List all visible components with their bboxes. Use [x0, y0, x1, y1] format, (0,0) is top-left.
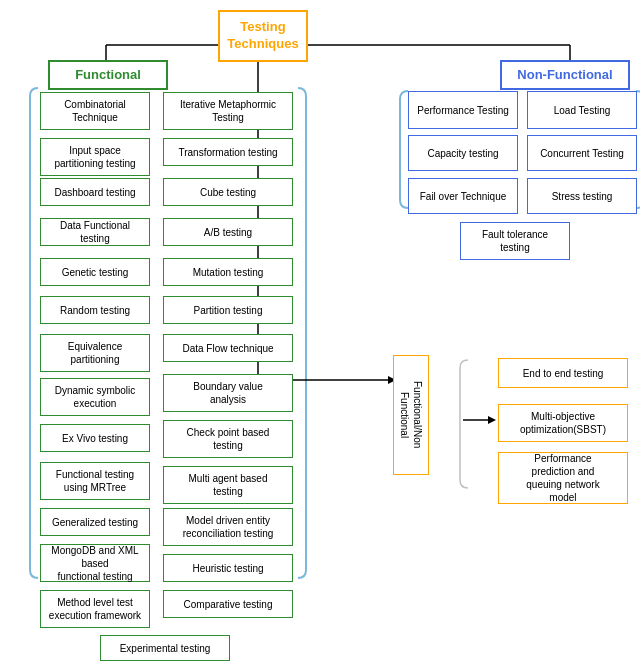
- func-left-11: MongoDB and XML based functional testing: [40, 544, 150, 582]
- func-left-8: Ex Vivo testing: [40, 424, 150, 452]
- func-right-1: Transformation testing: [163, 138, 293, 166]
- root-label: Testing Techniques: [227, 19, 298, 53]
- nf-stress: Stress testing: [527, 178, 637, 214]
- func-left-12: Method level test execution framework: [40, 590, 150, 628]
- func-left-9: Functional testing using MRTree: [40, 462, 150, 500]
- func-right-11: Heuristic testing: [163, 554, 293, 582]
- nf-fail: Fail over Technique: [408, 178, 518, 214]
- func-right-6: Data Flow technique: [163, 334, 293, 362]
- func-right-10: Model driven entity reconciliation testi…: [163, 508, 293, 546]
- func-left-10: Generalized testing: [40, 508, 150, 536]
- nf-perf: Performance Testing: [408, 91, 518, 129]
- output-moo: Multi-objective optimization(SBST): [498, 404, 628, 442]
- nf-load: Load Testing: [527, 91, 637, 129]
- func-nonfunc-label: Functional/Non Functional: [393, 355, 429, 475]
- func-right-12: Comparative testing: [163, 590, 293, 618]
- func-left-0: Combinatorial Technique: [40, 92, 150, 130]
- func-right-2: Cube testing: [163, 178, 293, 206]
- output-perf: Performance prediction and queuing netwo…: [498, 452, 628, 504]
- nonfunctional-header-label: Non-Functional: [517, 67, 612, 84]
- nf-fault: Fault tolerance testing: [460, 222, 570, 260]
- output-e2e: End to end testing: [498, 358, 628, 388]
- nf-conc: Concurrent Testing: [527, 135, 637, 171]
- svg-marker-8: [488, 416, 496, 424]
- func-right-0: Iterative Metaphormic Testing: [163, 92, 293, 130]
- func-right-9: Multi agent based testing: [163, 466, 293, 504]
- root-node: Testing Techniques: [218, 10, 308, 62]
- nonfunctional-header: Non-Functional: [500, 60, 630, 90]
- func-left-6: Equivalence partitioning: [40, 334, 150, 372]
- func-left-1: Input space partitioning testing: [40, 138, 150, 176]
- func-right-3: A/B testing: [163, 218, 293, 246]
- functional-header: Functional: [48, 60, 168, 90]
- func-left-2: Dashboard testing: [40, 178, 150, 206]
- nf-cap: Capacity testing: [408, 135, 518, 171]
- func-left-3: Data Functional testing: [40, 218, 150, 246]
- experimental-testing: Experimental testing: [100, 635, 230, 661]
- func-left-4: Genetic testing: [40, 258, 150, 286]
- func-right-7: Boundary value analysis: [163, 374, 293, 412]
- func-right-5: Partition testing: [163, 296, 293, 324]
- func-right-4: Mutation testing: [163, 258, 293, 286]
- func-left-5: Random testing: [40, 296, 150, 324]
- functional-header-label: Functional: [75, 67, 141, 84]
- func-right-8: Check point based testing: [163, 420, 293, 458]
- func-left-7: Dynamic symbolic execution: [40, 378, 150, 416]
